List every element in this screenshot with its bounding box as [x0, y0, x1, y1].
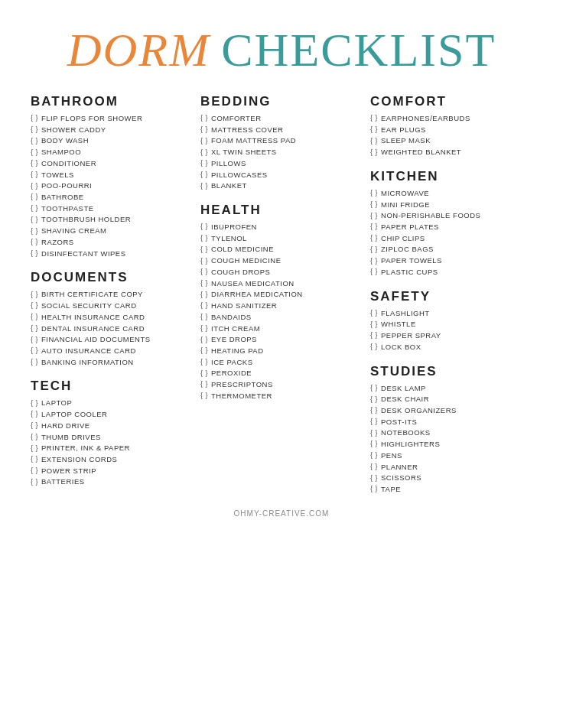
list-item[interactable]: { }COUGH DROPS [200, 267, 363, 278]
checkbox-symbol[interactable]: { } [370, 222, 378, 232]
list-item[interactable]: { }DISINFECTANT WIPES [31, 249, 193, 260]
list-item[interactable]: { }POWER STRIP [31, 466, 193, 477]
checkbox-symbol[interactable]: { } [31, 215, 38, 226]
checkbox-symbol[interactable]: { } [31, 290, 38, 301]
list-item[interactable]: { }PLASTIC CUPS [370, 267, 532, 278]
checkbox-symbol[interactable]: { } [370, 188, 378, 199]
list-item[interactable]: { }SHAMPOO [31, 147, 193, 158]
list-item[interactable]: { }EARPHONES/EARBUDS [370, 113, 532, 125]
checkbox-symbol[interactable]: { } [200, 290, 208, 301]
list-item[interactable]: { }SHOWER CADDY [31, 125, 193, 136]
checkbox-symbol[interactable]: { } [370, 148, 378, 158]
list-item[interactable]: { }COMFORTER [200, 113, 363, 125]
checkbox-symbol[interactable]: { } [31, 158, 38, 169]
list-item[interactable]: { }THERMOMETER [200, 391, 363, 402]
checkbox-symbol[interactable]: { } [31, 125, 38, 135]
list-item[interactable]: { }HARD DRIVE [31, 421, 193, 432]
checkbox-symbol[interactable]: { } [31, 323, 38, 334]
list-item[interactable]: { }PRINTER, INK & PAPER [31, 443, 193, 454]
checkbox-symbol[interactable]: { } [200, 278, 208, 289]
checkbox-symbol[interactable]: { } [200, 267, 208, 278]
checkbox-symbol[interactable]: { } [31, 357, 38, 368]
checkbox-symbol[interactable]: { } [31, 226, 38, 237]
list-item[interactable]: { }BLANKET [200, 180, 363, 192]
checkbox-symbol[interactable]: { } [200, 148, 208, 158]
checkbox-symbol[interactable]: { } [31, 170, 38, 180]
checkbox-symbol[interactable]: { } [31, 237, 38, 248]
checkbox-symbol[interactable]: { } [31, 136, 38, 147]
checkbox-symbol[interactable]: { } [200, 391, 208, 401]
checkbox-symbol[interactable]: { } [370, 383, 378, 394]
list-item[interactable]: { }SOCIAL SECURITY CARD [31, 301, 193, 312]
list-item[interactable]: { }LOCK BOX [370, 342, 532, 353]
checkbox-symbol[interactable]: { } [31, 113, 38, 124]
checkbox-symbol[interactable]: { } [200, 125, 208, 135]
list-item[interactable]: { }PLANNER [370, 462, 532, 473]
checkbox-symbol[interactable]: { } [31, 181, 38, 192]
list-item[interactable]: { }TOWELS [31, 170, 193, 181]
list-item[interactable]: { }BANKING INFORMATION [31, 357, 193, 369]
list-item[interactable]: { }CHIP CLIPS [370, 233, 532, 245]
list-item[interactable]: { }BANDAIDS [200, 312, 363, 323]
checkbox-symbol[interactable]: { } [370, 473, 378, 484]
list-item[interactable]: { }BATHROBE [31, 192, 193, 203]
checkbox-symbol[interactable]: { } [370, 450, 378, 461]
list-item[interactable]: { }FOAM MATTRESS PAD [200, 135, 363, 147]
checkbox-symbol[interactable]: { } [200, 357, 208, 368]
list-item[interactable]: { }EAR PLUGS [370, 125, 532, 136]
checkbox-symbol[interactable]: { } [200, 301, 208, 311]
checkbox-symbol[interactable]: { } [370, 113, 378, 124]
checkbox-symbol[interactable]: { } [370, 245, 378, 255]
list-item[interactable]: { }EXTENSION CORDS [31, 454, 193, 466]
list-item[interactable]: { }PRESCRIPTONS [200, 379, 363, 391]
checkbox-symbol[interactable]: { } [200, 379, 208, 390]
list-item[interactable]: { }LAPTOP COOLER [31, 409, 193, 421]
list-item[interactable]: { }BATTERIES [31, 476, 193, 488]
checkbox-symbol[interactable]: { } [370, 395, 378, 405]
checkbox-symbol[interactable]: { } [370, 428, 378, 439]
checkbox-symbol[interactable]: { } [200, 369, 208, 379]
checkbox-symbol[interactable]: { } [31, 203, 38, 214]
list-item[interactable]: { }ICE PACKS [200, 357, 363, 369]
checkbox-symbol[interactable]: { } [370, 233, 378, 244]
list-item[interactable]: { }PENS [370, 450, 532, 462]
checkbox-symbol[interactable]: { } [200, 323, 208, 334]
list-item[interactable]: { }WEIGHTED BLANKET [370, 147, 532, 158]
list-item[interactable]: { }PAPER TOWELS [370, 255, 532, 267]
list-item[interactable]: { }PILLOWS [200, 158, 363, 170]
list-item[interactable]: { }BODY WASH [31, 135, 193, 147]
checkbox-symbol[interactable]: { } [370, 320, 378, 330]
checkbox-symbol[interactable]: { } [200, 136, 208, 147]
list-item[interactable]: { }THUMB DRIVES [31, 432, 193, 444]
list-item[interactable]: { }DESK LAMP [370, 383, 532, 395]
list-item[interactable]: { }PAPER PLATES [370, 222, 532, 233]
list-item[interactable]: { }TOOTHBRUSH HOLDER [31, 214, 193, 226]
list-item[interactable]: { }DESK ORGANIZERS [370, 405, 532, 417]
list-item[interactable]: { }COUGH MEDICINE [200, 255, 363, 267]
checkbox-symbol[interactable]: { } [370, 330, 378, 341]
checkbox-symbol[interactable]: { } [31, 466, 38, 476]
checkbox-symbol[interactable]: { } [370, 405, 378, 416]
list-item[interactable]: { }CONDITIONER [31, 158, 193, 170]
list-item[interactable]: { }PEROXIDE [200, 368, 363, 379]
checkbox-symbol[interactable]: { } [31, 148, 38, 158]
list-item[interactable]: { }SCISSORS [370, 473, 532, 484]
checkbox-symbol[interactable]: { } [31, 444, 38, 454]
list-item[interactable]: { }SHAVING CREAM [31, 226, 193, 237]
checkbox-symbol[interactable]: { } [370, 342, 378, 353]
checkbox-symbol[interactable]: { } [31, 398, 38, 409]
list-item[interactable]: { }TYLENOL [200, 233, 363, 245]
checkbox-symbol[interactable]: { } [370, 267, 378, 278]
checkbox-symbol[interactable]: { } [31, 301, 38, 311]
checkbox-symbol[interactable]: { } [200, 256, 208, 267]
checkbox-symbol[interactable]: { } [200, 233, 208, 244]
list-item[interactable]: { }HAND SANITIZER [200, 301, 363, 312]
list-item[interactable]: { }IBUPROFEN [200, 222, 363, 233]
list-item[interactable]: { }DIARRHEA MEDICATION [200, 289, 363, 301]
list-item[interactable]: { }DENTAL INSURANCE CARD [31, 323, 193, 335]
list-item[interactable]: { }BIRTH CERTIFICATE COPY [31, 289, 193, 301]
checkbox-symbol[interactable]: { } [200, 222, 208, 232]
checkbox-symbol[interactable]: { } [31, 409, 38, 420]
checkbox-symbol[interactable]: { } [31, 421, 38, 431]
list-item[interactable]: { }FLIP FLOPS FOR SHOWER [31, 113, 193, 125]
